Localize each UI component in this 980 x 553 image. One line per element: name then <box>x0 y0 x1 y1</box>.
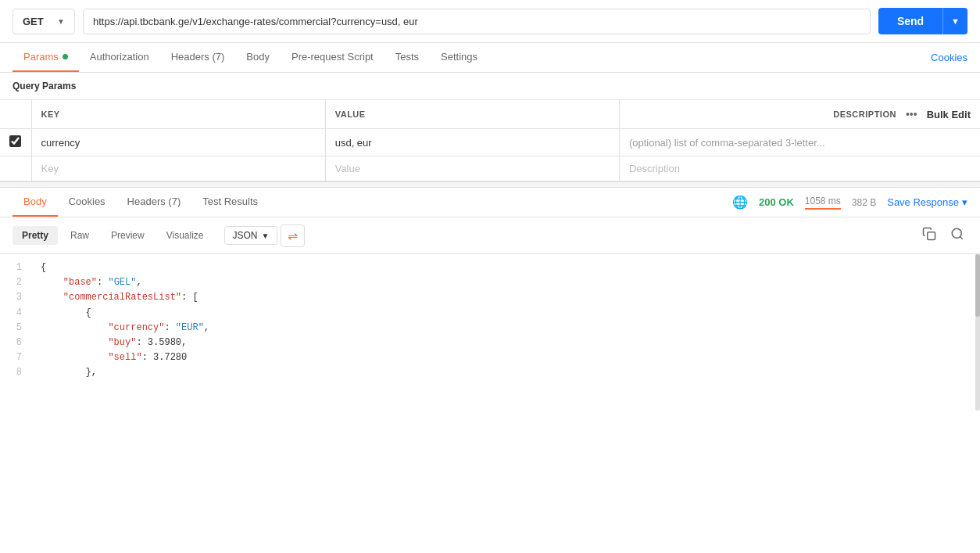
row-checkbox-cell[interactable] <box>0 129 31 156</box>
tab-tests[interactable]: Tests <box>384 43 430 72</box>
param-description[interactable]: (optional) list of comma-separated 3-let… <box>619 129 980 156</box>
cookies-link[interactable]: Cookies <box>931 52 967 63</box>
format-tab-visualize[interactable]: Visualize <box>157 226 213 245</box>
json-format-label: JSON <box>233 230 258 241</box>
value-header: VALUE <box>325 100 619 129</box>
params-dot <box>63 54 68 59</box>
section-divider <box>0 181 980 188</box>
method-label: GET <box>23 16 44 27</box>
placeholder-description[interactable]: Description <box>619 156 980 181</box>
placeholder-key[interactable]: Key <box>31 156 325 181</box>
query-params-section: Query Params <box>0 73 980 100</box>
resp-tab-cookies[interactable]: Cookies <box>58 188 116 217</box>
tab-body[interactable]: Body <box>235 43 281 72</box>
placeholder-value[interactable]: Value <box>325 156 619 181</box>
copy-icon <box>922 230 936 243</box>
search-button[interactable] <box>947 224 967 247</box>
resp-tab-body-label: Body <box>23 196 47 207</box>
bulk-edit-button[interactable]: Bulk Edit <box>927 109 971 120</box>
resp-tab-body[interactable]: Body <box>13 188 58 217</box>
tab-settings[interactable]: Settings <box>430 43 488 72</box>
chevron-down-icon: ▼ <box>57 17 65 26</box>
tab-authorization-label: Authorization <box>90 51 149 63</box>
url-input[interactable] <box>83 9 871 34</box>
resp-tab-test-results[interactable]: Test Results <box>191 188 269 217</box>
param-value[interactable]: usd, eur <box>325 129 619 156</box>
response-meta: 🌐 200 OK 1058 ms 382 B Save Response ▾ <box>732 195 967 210</box>
tab-params-label: Params <box>23 51 59 63</box>
more-options-button[interactable]: ••• <box>901 106 922 122</box>
table-row: currency usd, eur (optional) list of com… <box>0 129 980 156</box>
format-tab-preview[interactable]: Preview <box>102 226 154 245</box>
resp-tab-test-results-label: Test Results <box>202 196 258 207</box>
top-bar: GET ▼ Send ▼ <box>0 0 980 43</box>
resp-tab-headers[interactable]: Headers (7) <box>116 188 192 217</box>
format-tab-raw-label: Raw <box>70 230 89 241</box>
tab-tests-label: Tests <box>395 51 419 63</box>
tab-headers-label: Headers (7) <box>171 51 225 63</box>
send-button-group: Send ▼ <box>878 8 967 34</box>
svg-rect-0 <box>928 232 935 240</box>
vertical-scrollbar[interactable] <box>975 254 980 411</box>
resp-tab-headers-label: Headers (7) <box>127 196 181 207</box>
description-label: DESCRIPTION <box>833 110 896 119</box>
checkbox-header <box>0 100 31 129</box>
save-response-label: Save Response <box>887 196 959 208</box>
send-button[interactable]: Send <box>878 8 942 34</box>
response-size: 382 B <box>852 197 876 208</box>
format-tab-preview-label: Preview <box>111 230 145 241</box>
status-code: 200 OK <box>759 196 794 208</box>
tab-authorization[interactable]: Authorization <box>79 43 160 72</box>
chevron-down-icon: ▾ <box>962 196 967 208</box>
tab-params[interactable]: Params <box>13 43 79 72</box>
param-key[interactable]: currency <box>31 129 325 156</box>
format-tab-raw[interactable]: Raw <box>61 226 98 245</box>
send-dropdown-button[interactable]: ▼ <box>942 8 967 34</box>
resp-tab-cookies-label: Cookies <box>69 196 106 207</box>
key-header: KEY <box>31 100 325 129</box>
response-time: 1058 ms <box>805 196 841 210</box>
response-tabs: Body Cookies Headers (7) Test Results 🌐 … <box>0 188 980 217</box>
format-tab-pretty[interactable]: Pretty <box>13 226 58 245</box>
wrap-icon: ⇌ <box>288 228 298 243</box>
row-checkbox[interactable] <box>9 135 21 147</box>
chevron-down-icon: ▼ <box>262 232 270 240</box>
wrap-button[interactable]: ⇌ <box>281 224 305 247</box>
search-icon <box>950 230 964 243</box>
json-format-select[interactable]: JSON ▼ <box>224 226 278 245</box>
tab-pre-request-label: Pre-request Script <box>291 51 374 63</box>
query-params-label: Query Params <box>13 81 76 92</box>
line-numbers: 1 2 3 4 5 6 7 8 <box>0 254 31 387</box>
format-icons <box>919 224 967 247</box>
tab-settings-label: Settings <box>441 51 477 63</box>
code-lines: 1 2 3 4 5 6 7 8 { "base": "GEL", "commer… <box>0 254 980 387</box>
copy-button[interactable] <box>919 224 939 247</box>
method-select[interactable]: GET ▼ <box>13 9 75 34</box>
tab-body-label: Body <box>246 51 270 63</box>
tab-headers[interactable]: Headers (7) <box>160 43 236 72</box>
placeholder-checkbox-cell <box>0 156 31 181</box>
format-tab-pretty-label: Pretty <box>22 230 48 241</box>
svg-line-2 <box>960 236 962 239</box>
code-content: { "base": "GEL", "commercialRatesList": … <box>31 254 980 387</box>
request-tabs: Params Authorization Headers (7) Body Pr… <box>0 43 980 73</box>
format-tab-visualize-label: Visualize <box>166 230 204 241</box>
code-area[interactable]: 1 2 3 4 5 6 7 8 { "base": "GEL", "commer… <box>0 254 980 411</box>
description-header: DESCRIPTION ••• Bulk Edit <box>619 100 980 129</box>
params-table: KEY VALUE DESCRIPTION ••• Bulk Edit curr… <box>0 100 980 181</box>
save-response-button[interactable]: Save Response ▾ <box>887 196 967 208</box>
format-bar: Pretty Raw Preview Visualize JSON ▼ ⇌ <box>0 217 980 254</box>
svg-point-1 <box>952 228 961 238</box>
tab-pre-request-script[interactable]: Pre-request Script <box>281 43 384 72</box>
placeholder-row: Key Value Description <box>0 156 980 181</box>
globe-icon: 🌐 <box>732 195 748 210</box>
